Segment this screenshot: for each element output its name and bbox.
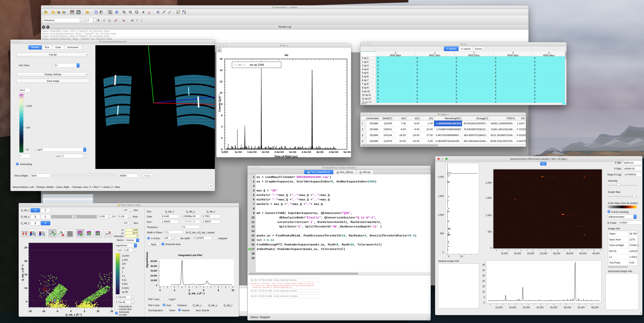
svg-text:fx: fx — [177, 11, 179, 13]
svg-text:-B: -B — [184, 11, 186, 12]
svg-text:A: A — [156, 10, 158, 14]
